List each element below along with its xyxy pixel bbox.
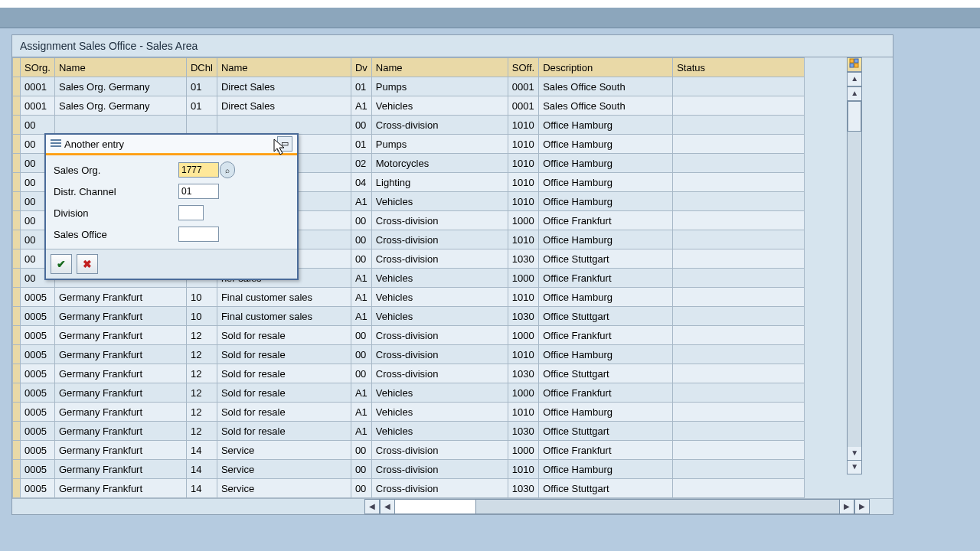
cell-status[interactable] bbox=[673, 269, 805, 288]
cell-name3[interactable]: Cross-division bbox=[371, 364, 508, 383]
row-selector[interactable] bbox=[13, 211, 21, 230]
cell-dv[interactable]: A1 bbox=[351, 96, 371, 116]
cell-name1[interactable]: Germany Frankfurt bbox=[54, 460, 186, 479]
cell-sorg[interactable]: 0005 bbox=[21, 326, 55, 345]
cell-dch[interactable]: 12 bbox=[186, 422, 217, 441]
cell-name1[interactable]: Germany Frankfurt bbox=[54, 345, 186, 364]
cell-name2[interactable]: Direct Sales bbox=[217, 77, 351, 96]
row-selector[interactable] bbox=[13, 403, 21, 422]
cell-desc[interactable]: Office Hamburg bbox=[539, 192, 673, 211]
cell-name2[interactable]: Final customer sales bbox=[217, 307, 351, 326]
cell-desc[interactable]: Office Stuttgart bbox=[539, 249, 673, 269]
cell-status[interactable] bbox=[673, 479, 805, 498]
cell-name2[interactable]: Service bbox=[217, 441, 351, 460]
table-row[interactable]: 0005Germany Frankfurt12Sold for resaleA1… bbox=[13, 383, 805, 403]
row-selector[interactable] bbox=[13, 460, 21, 479]
cell-dv[interactable]: 00 bbox=[351, 230, 371, 249]
cell-dch[interactable]: 14 bbox=[186, 441, 217, 460]
cell-name3[interactable]: Lighting bbox=[371, 173, 508, 192]
cell-name2[interactable]: Sold for resale bbox=[217, 345, 351, 364]
cell-desc[interactable]: Office Hamburg bbox=[539, 230, 673, 249]
cell-soff[interactable]: 0001 bbox=[508, 77, 538, 96]
cell-status[interactable] bbox=[673, 326, 805, 345]
row-selector-header[interactable] bbox=[13, 58, 21, 77]
cell-sorg[interactable]: 0005 bbox=[21, 288, 55, 307]
row-selector[interactable] bbox=[13, 307, 21, 326]
row-selector[interactable] bbox=[13, 479, 21, 498]
cell-name1[interactable]: Germany Frankfurt bbox=[54, 403, 186, 422]
cell-dv[interactable]: 00 bbox=[351, 116, 371, 135]
cell-name1[interactable]: Germany Frankfurt bbox=[54, 479, 186, 498]
cell-dv[interactable]: 00 bbox=[351, 441, 371, 460]
cell-status[interactable] bbox=[673, 403, 805, 422]
row-selector[interactable] bbox=[13, 249, 21, 269]
vertical-scrollbar[interactable] bbox=[847, 101, 862, 447]
cell-name1[interactable]: Germany Frankfurt bbox=[54, 364, 186, 383]
cell-desc[interactable]: Office Frankfurt bbox=[539, 441, 673, 460]
cell-sorg[interactable]: 0005 bbox=[21, 364, 55, 383]
cell-dch[interactable]: 01 bbox=[186, 77, 217, 96]
cell-dv[interactable]: 04 bbox=[351, 173, 371, 192]
cell-soff[interactable]: 1010 bbox=[508, 116, 538, 135]
cell-soff[interactable]: 1030 bbox=[508, 479, 538, 498]
cell-name1[interactable]: Germany Frankfurt bbox=[54, 326, 186, 345]
cell-dch[interactable]: 12 bbox=[186, 345, 217, 364]
cell-status[interactable] bbox=[673, 441, 805, 460]
cell-soff[interactable]: 1030 bbox=[508, 364, 538, 383]
scroll-last-button[interactable]: ▼ bbox=[847, 461, 862, 474]
horizontal-scrollbar[interactable] bbox=[476, 499, 839, 514]
sales-org-value-help[interactable]: ⌕ bbox=[220, 161, 235, 178]
cell-dv[interactable]: 00 bbox=[351, 479, 371, 498]
col-name1[interactable]: Name bbox=[54, 58, 186, 77]
cell-soff[interactable]: 1000 bbox=[508, 269, 538, 288]
cell-name3[interactable]: Vehicles bbox=[371, 96, 508, 116]
cell-dv[interactable]: A1 bbox=[351, 383, 371, 403]
col-name2[interactable]: Name bbox=[217, 58, 351, 77]
cell-soff[interactable]: 1030 bbox=[508, 422, 538, 441]
cell-name2[interactable]: Sold for resale bbox=[217, 326, 351, 345]
cell-name3[interactable]: Vehicles bbox=[371, 307, 508, 326]
table-row[interactable]: 0005Germany Frankfurt12Sold for resaleA1… bbox=[13, 422, 805, 441]
cell-status[interactable] bbox=[673, 364, 805, 383]
cell-status[interactable] bbox=[673, 173, 805, 192]
col-status[interactable]: Status bbox=[673, 58, 805, 77]
cell-desc[interactable]: Office Hamburg bbox=[539, 173, 673, 192]
cell-name2[interactable]: Sold for resale bbox=[217, 403, 351, 422]
sales-office-input[interactable] bbox=[178, 227, 219, 242]
cell-name1[interactable]: Germany Frankfurt bbox=[54, 422, 186, 441]
cell-name3[interactable]: Cross-division bbox=[371, 345, 508, 364]
hscroll-position[interactable] bbox=[395, 499, 476, 514]
hscroll-right-button[interactable]: ▶ bbox=[839, 499, 854, 514]
cell-soff[interactable]: 1030 bbox=[508, 307, 538, 326]
cell-desc[interactable]: Office Hamburg bbox=[539, 345, 673, 364]
cell-name3[interactable]: Cross-division bbox=[371, 326, 508, 345]
cell-name3[interactable]: Pumps bbox=[371, 77, 508, 96]
cell-name3[interactable]: Pumps bbox=[371, 135, 508, 154]
cell-name3[interactable]: Motorcycles bbox=[371, 154, 508, 173]
cell-dch[interactable]: 12 bbox=[186, 383, 217, 403]
cell-dch[interactable]: 01 bbox=[186, 96, 217, 116]
cell-status[interactable] bbox=[673, 135, 805, 154]
scroll-down-button[interactable]: ▼ bbox=[847, 447, 862, 461]
table-row[interactable]: 0005Germany Frankfurt10Final customer sa… bbox=[13, 307, 805, 326]
distr-channel-input[interactable] bbox=[178, 184, 219, 199]
cell-soff[interactable]: 1010 bbox=[508, 192, 538, 211]
cell-soff[interactable]: 1010 bbox=[508, 230, 538, 249]
row-selector[interactable] bbox=[13, 422, 21, 441]
cell-name1[interactable]: Germany Frankfurt bbox=[54, 383, 186, 403]
row-selector[interactable] bbox=[13, 269, 21, 288]
cell-name3[interactable]: Vehicles bbox=[371, 192, 508, 211]
cell-name3[interactable]: Vehicles bbox=[371, 383, 508, 403]
cell-soff[interactable]: 1000 bbox=[508, 383, 538, 403]
cell-name3[interactable]: Vehicles bbox=[371, 269, 508, 288]
table-row[interactable]: 0005Germany Frankfurt12Sold for resale00… bbox=[13, 326, 805, 345]
cell-status[interactable] bbox=[673, 211, 805, 230]
row-selector[interactable] bbox=[13, 116, 21, 135]
table-row[interactable]: 0001Sales Org. Germany01Direct Sales01Pu… bbox=[13, 77, 805, 96]
cell-status[interactable] bbox=[673, 77, 805, 96]
cell-soff[interactable]: 1010 bbox=[508, 173, 538, 192]
cell-desc[interactable]: Office Frankfurt bbox=[539, 383, 673, 403]
cell-sorg[interactable]: 0005 bbox=[21, 441, 55, 460]
cell-dv[interactable]: 00 bbox=[351, 460, 371, 479]
cell-dch[interactable]: 12 bbox=[186, 403, 217, 422]
